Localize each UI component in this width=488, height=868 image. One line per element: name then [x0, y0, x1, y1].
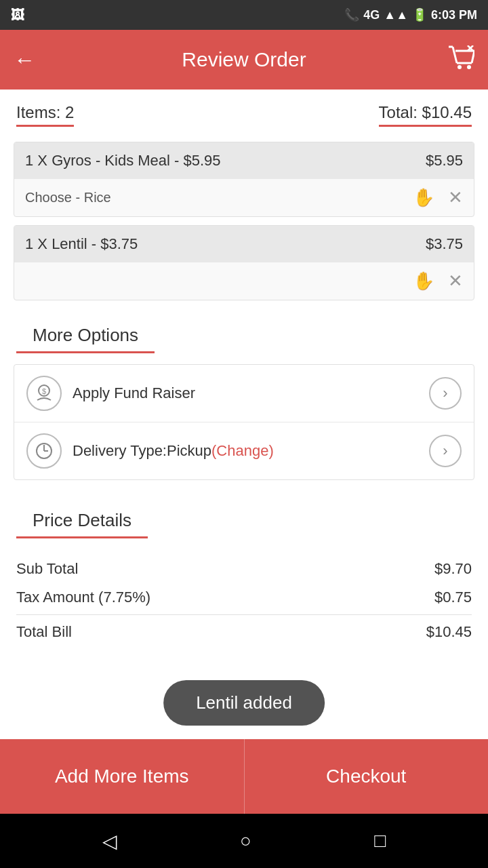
cart-button[interactable] [447, 45, 474, 75]
tax-label: Tax Amount (7.75%) [16, 589, 150, 606]
more-options-section: More Options $ Apply Fund Raiser › [0, 309, 488, 494]
fund-raiser-icon: $ [26, 376, 62, 411]
order-item-1-header: 1 X Gyros - Kids Meal - $5.95 $5.95 [14, 142, 474, 179]
call-icon: 📞 [344, 7, 359, 22]
options-list: $ Apply Fund Raiser › Delivery T [14, 364, 474, 480]
price-divider [16, 614, 472, 615]
order-item-1-price: $5.95 [426, 152, 463, 170]
fund-raiser-chevron: › [429, 377, 462, 410]
order-item-2-actions: ✋ ✕ [413, 271, 463, 292]
total-amount: Total: $10.45 [379, 103, 472, 127]
order-item-2-price: $3.75 [426, 235, 463, 253]
fund-raiser-label: Apply Fund Raiser [73, 384, 429, 402]
header: ← Review Order [0, 30, 488, 90]
svg-line-1 [453, 47, 457, 63]
nav-recent-button[interactable]: □ [374, 830, 386, 852]
order-item-2-details: ✋ ✕ [14, 262, 474, 300]
bottom-buttons: Add More Items Checkout [0, 739, 488, 814]
add-more-items-button[interactable]: Add More Items [0, 739, 245, 814]
total-bill-row: Total Bill $10.45 [16, 618, 472, 646]
order-item-2: 1 X Lentil - $3.75 $3.75 ✋ ✕ [14, 225, 474, 300]
tax-value: $0.75 [434, 589, 472, 606]
delete-icon-2[interactable]: ✕ [448, 271, 463, 292]
svg-point-6 [467, 65, 471, 69]
nav-home-button[interactable]: ○ [240, 830, 251, 852]
sub-total-value: $9.70 [434, 560, 472, 578]
price-details-heading: Price Details [16, 496, 148, 538]
delivery-chevron: › [429, 435, 462, 467]
order-item-2-header: 1 X Lentil - $3.75 $3.75 [14, 226, 474, 262]
total-bill-label: Total Bill [16, 623, 72, 641]
order-item-1: 1 X Gyros - Kids Meal - $5.95 $5.95 Choo… [14, 142, 474, 217]
svg-text:$: $ [42, 387, 46, 395]
order-item-1-actions: ✋ ✕ [413, 187, 463, 208]
signal-icon: ▲▲ [384, 8, 408, 22]
total-bill-value: $10.45 [426, 623, 472, 641]
toast-message: Lentil added [163, 680, 325, 726]
items-count: Items: 2 [16, 103, 74, 127]
sub-total-row: Sub Total $9.70 [16, 555, 472, 583]
edit-icon-1[interactable]: ✋ [413, 187, 434, 208]
battery-icon: 🔋 [412, 7, 427, 22]
order-item-1-modifier: Choose - Rice [25, 190, 111, 205]
delivery-type-label: Delivery Type:Pickup(Change) [73, 442, 429, 460]
sub-total-label: Sub Total [16, 560, 78, 578]
nav-back-button[interactable]: ◁ [102, 830, 117, 852]
price-details-section: Price Details Sub Total $9.70 Tax Amount… [0, 494, 488, 665]
price-details-content: Sub Total $9.70 Tax Amount (7.75%) $0.75… [0, 544, 488, 657]
delivery-type-icon [26, 433, 62, 469]
change-text: (Change) [211, 442, 274, 459]
order-item-2-name: 1 X Lentil - $3.75 [25, 235, 138, 253]
svg-point-5 [458, 65, 462, 69]
delete-icon-1[interactable]: ✕ [448, 187, 463, 208]
content-area: Items: 2 Total: $10.45 1 X Gyros - Kids … [0, 90, 488, 739]
order-item-1-name: 1 X Gyros - Kids Meal - $5.95 [25, 152, 221, 170]
svg-line-3 [472, 51, 474, 63]
gallery-icon: 🖼 [11, 7, 24, 23]
nav-bar: ◁ ○ □ [0, 814, 488, 868]
tax-row: Tax Amount (7.75%) $0.75 [16, 583, 472, 612]
summary-row: Items: 2 Total: $10.45 [0, 90, 488, 134]
delivery-type-option[interactable]: Delivery Type:Pickup(Change) › [14, 422, 474, 479]
status-bar: 🖼 📞 4G ▲▲ 🔋 6:03 PM [0, 0, 488, 30]
order-item-1-details: Choose - Rice ✋ ✕ [14, 179, 474, 216]
checkout-button[interactable]: Checkout [245, 739, 489, 814]
fund-raiser-option[interactable]: $ Apply Fund Raiser › [14, 365, 474, 422]
time-label: 6:03 PM [431, 8, 477, 22]
more-options-heading: More Options [16, 311, 155, 353]
network-label: 4G [363, 8, 380, 22]
back-button[interactable]: ← [14, 47, 47, 73]
edit-icon-2[interactable]: ✋ [413, 271, 434, 292]
page-title: Review Order [182, 48, 306, 71]
